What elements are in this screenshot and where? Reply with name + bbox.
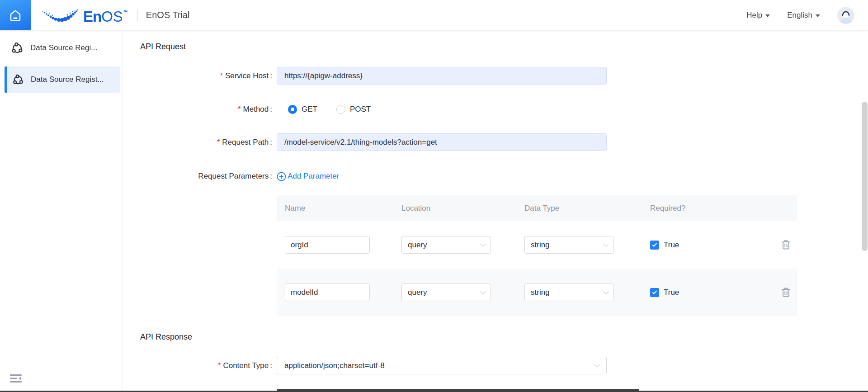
check-icon xyxy=(652,289,657,294)
chevron-down-icon xyxy=(603,241,609,247)
radio-unselected-icon[interactable] xyxy=(336,105,345,114)
content-type-select[interactable]: application/json;charset=utf-8 xyxy=(277,357,607,374)
brand-wordmark: EnOS™ xyxy=(83,9,127,24)
request-path-row: *Request Path: xyxy=(140,133,868,151)
sidebar-item-label: Data Source Regist... xyxy=(31,75,104,84)
param-name-input[interactable] xyxy=(285,283,370,301)
api-response-title: API Response xyxy=(140,332,868,342)
home-icon xyxy=(8,8,23,23)
column-header-name: Name xyxy=(277,204,401,213)
header-divider xyxy=(137,9,138,21)
method-row: *Method: GET POST xyxy=(140,103,868,116)
enos-logo[interactable]: EnOS™ xyxy=(42,7,127,24)
param-name-input[interactable] xyxy=(285,236,370,254)
parameter-row-orgid: query string True xyxy=(277,221,797,269)
request-path-label: *Request Path: xyxy=(140,138,272,147)
content-type-label: *Content Type: xyxy=(140,361,272,370)
chevron-down-icon xyxy=(480,241,486,247)
caret-down-icon xyxy=(765,14,770,17)
chevron-down-icon xyxy=(480,288,486,294)
app-title: EnOS Trial xyxy=(146,10,190,20)
param-required-checkbox[interactable] xyxy=(650,288,659,297)
add-parameter-button[interactable]: Add Parameter xyxy=(277,172,339,181)
delete-parameter-button[interactable] xyxy=(781,287,802,298)
param-datatype-select[interactable]: string xyxy=(524,236,614,254)
param-required-checkbox[interactable] xyxy=(650,241,659,250)
method-label: *Method: xyxy=(140,105,272,114)
parameter-row-modelid: query string True xyxy=(277,269,797,316)
parameters-table-header: Name Location Data Type Required? xyxy=(277,195,797,221)
top-header: EnOS™ EnOS Trial Help English xyxy=(0,0,868,30)
column-header-required: Required? xyxy=(650,204,781,213)
vertical-scrollbar-thumb[interactable] xyxy=(862,102,868,251)
sidebar-item-data-source-registration[interactable]: Data Source Regist... xyxy=(5,66,120,93)
home-button[interactable] xyxy=(0,0,31,30)
request-parameters-label: Request Parameters: xyxy=(140,172,272,181)
param-datatype-select[interactable]: string xyxy=(524,283,614,301)
delete-parameter-button[interactable] xyxy=(781,240,802,250)
api-request-title: API Request xyxy=(140,42,868,52)
parameters-table: Name Location Data Type Required? query … xyxy=(277,195,797,316)
service-host-input[interactable] xyxy=(277,67,607,85)
caret-down-icon xyxy=(816,14,820,17)
required-asterisk: * xyxy=(238,105,241,113)
sidebar: Data Source Regi... Data Source Regist..… xyxy=(0,30,122,392)
radio-selected-icon[interactable] xyxy=(288,105,297,114)
content-type-row: *Content Type: application/json;charset=… xyxy=(140,357,868,374)
main-content: API Request *Service Host: *Method: GET … xyxy=(122,30,868,392)
service-host-row: *Service Host: xyxy=(140,67,868,85)
column-header-data-type: Data Type xyxy=(524,204,650,213)
sidebar-item-label: Data Source Regi... xyxy=(30,43,97,52)
chevron-down-icon xyxy=(603,288,609,294)
request-path-input[interactable] xyxy=(277,133,607,151)
trash-icon xyxy=(781,287,791,298)
trash-icon xyxy=(781,240,791,250)
enos-logo-dots-icon xyxy=(42,7,80,24)
sidebar-item-data-source-registration-group[interactable]: Data Source Regi... xyxy=(0,34,122,62)
plus-circle-icon xyxy=(277,172,286,181)
column-header-location: Location xyxy=(401,204,524,213)
language-menu[interactable]: English xyxy=(787,11,820,20)
user-avatar[interactable] xyxy=(837,7,854,24)
method-radio-get[interactable]: GET xyxy=(288,105,317,114)
collapse-sidebar-button[interactable] xyxy=(10,374,22,385)
required-asterisk: * xyxy=(218,362,221,369)
required-asterisk: * xyxy=(217,138,220,146)
data-source-icon xyxy=(12,74,24,85)
check-icon xyxy=(652,242,657,247)
method-radio-post[interactable]: POST xyxy=(336,105,371,114)
param-location-select[interactable]: query xyxy=(401,236,491,254)
required-asterisk: * xyxy=(220,72,223,80)
param-location-select[interactable]: query xyxy=(401,283,491,301)
request-parameters-row: Request Parameters: Add Parameter xyxy=(140,171,868,182)
chevron-down-icon xyxy=(594,362,600,368)
data-source-icon xyxy=(11,42,24,54)
service-host-label: *Service Host: xyxy=(140,71,272,80)
help-menu[interactable]: Help xyxy=(746,11,770,20)
